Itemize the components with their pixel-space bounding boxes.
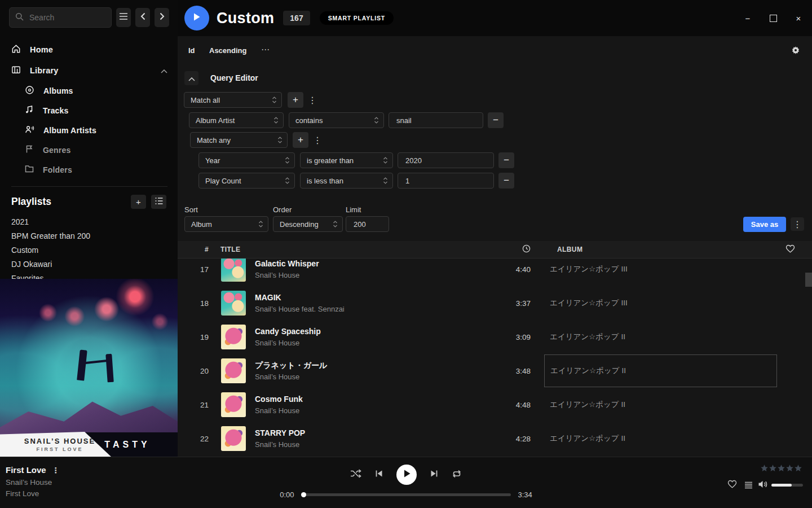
- plus-icon: +: [293, 94, 298, 106]
- nav-forward-button[interactable]: [155, 8, 169, 27]
- sidebar-item-folders[interactable]: Folders: [25, 160, 167, 179]
- sort-order-button[interactable]: Ascending: [209, 46, 246, 55]
- table-row[interactable]: 17 Galactic Whisper Snail’s House 4:40 エ…: [178, 259, 812, 286]
- add-rule-button-2[interactable]: +: [293, 132, 308, 148]
- group-options-button-2[interactable]: ⋮: [312, 132, 323, 148]
- track-album: エイリアン☆ポップ II: [550, 332, 625, 342]
- rule3-value-field[interactable]: [398, 173, 494, 189]
- focused-album-cell[interactable]: エイリアン☆ポップ II: [544, 354, 777, 387]
- rule3-field-select[interactable]: Play Count: [198, 173, 295, 189]
- play-icon: [193, 12, 201, 24]
- clock-icon: [522, 244, 531, 255]
- match-type-select-2[interactable]: Match any: [190, 132, 288, 148]
- playlist-item[interactable]: Custom: [11, 243, 166, 257]
- playlist-item[interactable]: 2021: [11, 214, 166, 229]
- seek-bar[interactable]: [302, 493, 511, 496]
- rule2-operator-select[interactable]: is greater than: [300, 152, 393, 168]
- playlist-list-button[interactable]: [151, 195, 166, 209]
- minimize-button[interactable]: −: [743, 14, 752, 23]
- playlist-header: Custom 167 SMART PLAYLIST − ×: [178, 0, 812, 36]
- rule1-field-select[interactable]: Album Artist: [189, 112, 284, 128]
- play-pause-button[interactable]: [396, 465, 417, 485]
- menu-button[interactable]: [116, 8, 131, 27]
- rating-stars[interactable]: [760, 464, 802, 472]
- column-header-favorite[interactable]: [785, 244, 812, 255]
- search-box[interactable]: [9, 7, 112, 28]
- column-header-album[interactable]: ALBUM: [531, 246, 785, 253]
- shuffle-button[interactable]: [350, 469, 361, 480]
- previous-button[interactable]: [375, 470, 383, 480]
- select-chevrons-icon: [333, 220, 338, 229]
- sidebar-item-album-artists[interactable]: Album Artists: [25, 120, 167, 140]
- limit-label: Limit: [346, 205, 361, 214]
- sidebar-item-genres[interactable]: Genres: [25, 140, 167, 160]
- mute-button[interactable]: [758, 480, 768, 491]
- limit-field[interactable]: [346, 216, 389, 232]
- star-icon[interactable]: [785, 464, 794, 472]
- page-title: Custom: [217, 10, 274, 27]
- rule1-operator-select[interactable]: contains: [289, 112, 384, 128]
- volume-slider[interactable]: [771, 484, 803, 487]
- star-icon[interactable]: [777, 464, 785, 472]
- more-options-button[interactable]: ⋯: [261, 45, 270, 55]
- limit-input[interactable]: [352, 220, 382, 229]
- table-scrollbar-thumb[interactable]: [805, 273, 812, 287]
- sidebar-item-label: Album Artists: [43, 126, 96, 135]
- table-row[interactable]: 18 MAGIK Snail’s House feat. Sennzai 3:3…: [178, 286, 812, 320]
- album-art-figure: [105, 353, 113, 382]
- table-row[interactable]: 19 Candy Spaceship Snail’s House 3:09 エイ…: [178, 320, 812, 354]
- column-header-duration[interactable]: [522, 244, 531, 255]
- sort-select[interactable]: Album: [184, 216, 268, 232]
- favorite-button[interactable]: [727, 480, 737, 491]
- search-icon: [15, 12, 24, 23]
- collapse-chevron-icon[interactable]: [161, 66, 167, 75]
- seek-handle[interactable]: [301, 492, 306, 497]
- playlist-item[interactable]: BPM Greater than 200: [11, 229, 166, 243]
- sidebar-item-label: Folders: [43, 165, 72, 174]
- rule2-value-input[interactable]: [404, 156, 487, 165]
- rule3-operator-select[interactable]: is less than: [300, 173, 393, 189]
- playlist-item[interactable]: DJ Okawari: [11, 257, 166, 271]
- queue-button[interactable]: [744, 481, 753, 491]
- group-options-button-1[interactable]: ⋮: [307, 92, 317, 108]
- sidebar-item-library[interactable]: Library: [11, 60, 167, 81]
- save-as-button[interactable]: Save as: [743, 217, 786, 232]
- repeat-button[interactable]: [452, 470, 462, 480]
- add-rule-button-1[interactable]: +: [288, 92, 303, 108]
- rule1-value-field[interactable]: [389, 112, 483, 128]
- add-playlist-button[interactable]: +: [131, 195, 146, 209]
- select-value: Match all: [191, 96, 220, 104]
- rule2-value-field[interactable]: [398, 152, 494, 168]
- remove-rule2-button[interactable]: −: [498, 152, 514, 168]
- table-row[interactable]: 21 Cosmo Funk Snail’s House 4:48 エイリアン☆ポ…: [178, 388, 812, 422]
- sidebar-item-tracks[interactable]: Tracks: [25, 100, 167, 120]
- query-editor-collapse-button[interactable]: [184, 71, 198, 85]
- close-button[interactable]: ×: [794, 14, 803, 23]
- rule1-value-input[interactable]: [395, 116, 476, 125]
- rule2-field-select[interactable]: Year: [198, 152, 295, 168]
- rule3-value-input[interactable]: [404, 176, 487, 186]
- sidebar-item-albums[interactable]: Albums: [25, 81, 167, 100]
- column-header-title[interactable]: TITLE: [220, 246, 240, 253]
- next-button[interactable]: [430, 470, 438, 480]
- maximize-button[interactable]: [769, 14, 778, 23]
- settings-gear-button[interactable]: [791, 46, 800, 57]
- table-row[interactable]: 20 プラネット・ガール Snail’s House 3:48 エイリアン☆ポッ…: [178, 354, 812, 388]
- sidebar-item-home[interactable]: Home: [11, 39, 167, 60]
- library-icon: [11, 65, 21, 76]
- match-type-select-1[interactable]: Match all: [184, 92, 282, 108]
- search-input[interactable]: [28, 12, 92, 23]
- remove-rule1-button[interactable]: −: [488, 112, 504, 128]
- remove-rule3-button[interactable]: −: [498, 173, 514, 189]
- save-options-button[interactable]: ⋮: [791, 217, 804, 231]
- star-icon[interactable]: [769, 464, 777, 472]
- select-value: Descending: [280, 220, 319, 229]
- nav-back-button[interactable]: [135, 8, 150, 27]
- table-row[interactable]: 22 STARRY POP Snail’s House 4:28 エイリアン☆ポ…: [178, 422, 812, 456]
- column-header-number[interactable]: #: [178, 246, 209, 253]
- star-icon[interactable]: [794, 464, 802, 472]
- sort-field-button[interactable]: Id: [188, 46, 195, 55]
- order-select[interactable]: Descending: [273, 216, 343, 232]
- play-playlist-button[interactable]: [184, 6, 209, 30]
- star-icon[interactable]: [760, 464, 769, 472]
